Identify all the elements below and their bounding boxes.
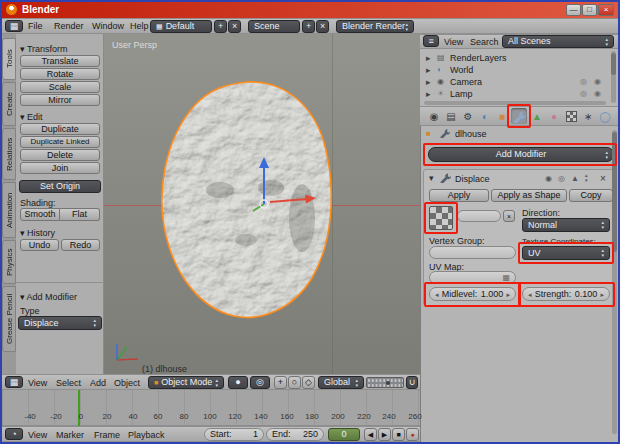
render-toggle-icon[interactable]: ◉ [594,77,601,86]
texture-name-field[interactable] [457,210,501,222]
pivot-point-icon[interactable]: ◎ [250,376,270,389]
undo-button[interactable]: Undo [20,239,59,251]
manipulator-translate-icon[interactable]: + [274,376,287,389]
tab-material[interactable]: ● [546,108,562,124]
tab-world[interactable]: ◐ [477,108,493,124]
add-scene-button[interactable]: + [302,20,315,33]
record-icon[interactable]: ● [406,428,419,441]
screen-layout-selector[interactable]: ▦Default [150,20,212,33]
visibility-eye-icon[interactable]: ◎ [580,89,587,98]
rotate-button[interactable]: Rotate [20,68,100,80]
menu-help[interactable]: Help [130,21,149,32]
viewport-visibility-icon[interactable]: ◎ [558,174,565,183]
transform-manipulator[interactable] [222,152,322,232]
redo-button[interactable]: Redo [61,239,100,251]
outliner-item-camera[interactable]: Camera [450,77,482,88]
edit-mode-icon[interactable]: ▲ [571,174,579,183]
tab-relations[interactable]: Relations [2,128,16,180]
add-layout-button[interactable]: + [214,20,227,33]
viewport-shading-icon[interactable]: ● [228,376,248,389]
layers-widget[interactable] [366,377,404,388]
translate-button[interactable]: Translate [20,55,100,67]
copy-button[interactable]: Copy [569,189,613,202]
tab-physics[interactable]: Physics [2,240,16,284]
panel-header-add-modifier[interactable]: ▾ Add Modifier [20,292,77,303]
timeline-menu-view[interactable]: View [28,430,47,441]
panel-header-transform[interactable]: ▾ Transform [20,44,68,55]
viewport-menu-object[interactable]: Object [114,378,140,389]
render-engine-selector[interactable]: Blender Render▴▾ [336,20,414,33]
mirror-button[interactable]: Mirror [20,94,100,106]
scene-selector[interactable]: Scene [248,20,300,33]
end-frame-field[interactable]: End:250 [266,428,324,441]
snap-magnet-icon[interactable]: ∪ [406,376,418,389]
delete-modifier-icon[interactable]: × [600,173,606,184]
titlebar[interactable]: Blender — □ × [2,2,618,18]
panel-header-edit[interactable]: ▾ Edit [20,112,43,123]
timeline-menu-frame[interactable]: Frame [94,430,120,441]
delete-button[interactable]: Delete [20,149,100,161]
outliner-item-world[interactable]: World [450,65,473,76]
vertex-group-field[interactable] [429,246,516,259]
viewport-menu-add[interactable]: Add [90,378,106,389]
mode-dropdown[interactable]: ■Object Mode▴▾ [148,376,224,389]
duplicate-button[interactable]: Duplicate [20,123,100,135]
menu-window[interactable]: Window [92,21,124,32]
minimize-button[interactable]: — [566,4,581,16]
tab-grease-pencil[interactable]: Grease Pencil [2,286,16,352]
expand-icon[interactable]: ▸ [426,77,431,88]
outliner-item-renderlayers[interactable]: RenderLayers [450,53,507,64]
tab-animation[interactable]: Animation [2,182,16,238]
collapse-icon[interactable]: ▾ [429,173,434,184]
panel-header-history[interactable]: ▾ History [20,228,55,239]
editor-type-icon[interactable]: ▦ [5,20,23,32]
tab-create[interactable]: Create [2,82,16,126]
active-layer-dot[interactable] [386,381,390,385]
menu-file[interactable]: File [28,21,43,32]
render-visibility-icon[interactable]: ◉ [545,174,552,183]
manipulator-scale-icon[interactable]: ◇ [302,376,315,389]
play-icon[interactable]: ▶ [378,428,391,441]
viewport-editor-type-icon[interactable]: ▦ [5,376,23,388]
set-origin-menu[interactable]: Set Origin [19,180,101,193]
current-frame-field[interactable]: 0 [328,428,360,441]
timeline-editor-type-icon[interactable]: ◔ [5,428,23,440]
expand-icon[interactable]: ▸ [426,53,431,64]
smooth-button[interactable]: Smooth [20,208,60,221]
tab-render-layers[interactable]: ▤ [443,108,459,124]
close-button[interactable]: × [598,4,614,16]
render-toggle-icon[interactable]: ◉ [594,89,601,98]
scrollbar-thumb[interactable] [611,53,616,75]
viewport-menu-view[interactable]: View [28,378,47,389]
tab-render[interactable]: ◉ [426,108,442,124]
tab-texture[interactable] [563,108,579,124]
duplicate-linked-button[interactable]: Duplicate Linked [20,136,100,148]
apply-as-shape-button[interactable]: Apply as Shape [491,189,567,202]
visibility-eye-icon[interactable]: ◎ [580,77,587,86]
tab-particles[interactable]: ∗ [580,108,596,124]
maximize-button[interactable]: □ [582,4,597,16]
orientation-dropdown[interactable]: Global▴▾ [318,376,364,389]
timeline-menu-playback[interactable]: Playback [128,430,165,441]
tab-physics[interactable]: ◯ [597,108,613,124]
viewport-menu-select[interactable]: Select [56,378,81,389]
manipulator-rotate-icon[interactable]: ○ [288,376,301,389]
tab-scene[interactable]: ⚙ [460,108,476,124]
outliner-menu-view[interactable]: View [444,37,463,48]
jump-to-start-icon[interactable]: ◀ [364,428,377,441]
timeline-menu-marker[interactable]: Marker [56,430,84,441]
stop-icon[interactable]: ■ [392,428,405,441]
outliner-editor-type-icon[interactable]: ≡ [423,35,439,47]
outliner-item-lamp[interactable]: Lamp [450,89,473,100]
tab-object-data[interactable]: ▲ [529,108,545,124]
outliner-menu-search[interactable]: Search [470,37,499,48]
expand-icon[interactable]: ▸ [426,89,431,100]
tab-tools[interactable]: Tools [2,38,16,80]
start-frame-field[interactable]: Start:1 [204,428,264,441]
menu-render[interactable]: Render [54,21,84,32]
flat-button[interactable]: Flat [60,208,100,221]
outliner-scope-dropdown[interactable]: All Scenes▴▾ [502,35,614,48]
unlink-texture-icon[interactable]: × [503,210,515,222]
apply-button[interactable]: Apply [429,189,489,202]
direction-dropdown[interactable]: Normal▴▾ [522,218,610,232]
